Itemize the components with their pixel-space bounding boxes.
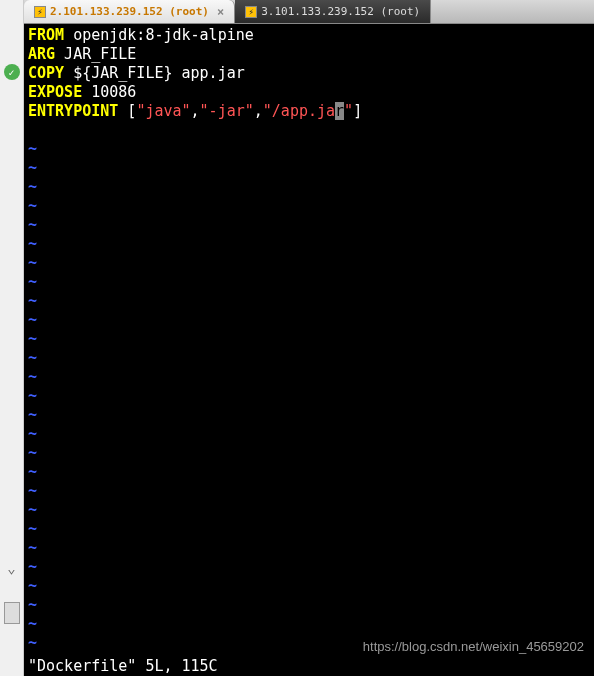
close-icon[interactable]: × <box>217 5 224 19</box>
empty-line <box>28 121 590 140</box>
vim-tilde: ~ <box>28 216 590 235</box>
vim-tilde: ~ <box>28 596 590 615</box>
vim-tilde: ~ <box>28 273 590 292</box>
text-cursor: r <box>335 102 344 120</box>
code-line: ARG JAR_FILE <box>28 45 590 64</box>
vim-tilde: ~ <box>28 235 590 254</box>
code-line: FROM openjdk:8-jdk-alpine <box>28 26 590 45</box>
vim-tilde: ~ <box>28 292 590 311</box>
vim-tilde: ~ <box>28 406 590 425</box>
vim-tilde: ~ <box>28 159 590 178</box>
watermark-text: https://blog.csdn.net/weixin_45659202 <box>363 637 584 656</box>
vim-tilde: ~ <box>28 615 590 634</box>
vim-tilde: ~ <box>28 387 590 406</box>
tab-index: 3. <box>261 5 274 18</box>
vim-tilde: ~ <box>28 140 590 159</box>
code-line: COPY ${JAR_FILE} app.jar <box>28 64 590 83</box>
vim-tilde: ~ <box>28 463 590 482</box>
tab-label: 101.133.239.152 (root) <box>274 5 420 18</box>
app-container: ✓ ⌄ ⚡ 2. 101.133.239.152 (root) × ⚡ 3. 1… <box>0 0 594 676</box>
vim-tilde: ~ <box>28 349 590 368</box>
vim-tilde: ~ <box>28 178 590 197</box>
vim-tilde: ~ <box>28 425 590 444</box>
chevron-down-icon[interactable]: ⌄ <box>7 560 15 576</box>
vim-tilde: ~ <box>28 501 590 520</box>
vim-tilde: ~ <box>28 254 590 273</box>
left-gutter: ✓ ⌄ <box>0 0 24 676</box>
vim-tilde: ~ <box>28 520 590 539</box>
vim-tilde: ~ <box>28 197 590 216</box>
code-line: ENTRYPOINT ["java","-jar","/app.jar"] <box>28 102 590 121</box>
marker-icon <box>4 602 20 624</box>
code-line: EXPOSE 10086 <box>28 83 590 102</box>
tab-label: 101.133.239.152 (root) <box>63 5 209 18</box>
lightning-icon: ⚡ <box>34 6 46 18</box>
vim-tilde: ~ <box>28 539 590 558</box>
vim-tilde: ~ <box>28 311 590 330</box>
lightning-icon: ⚡ <box>245 6 257 18</box>
check-icon: ✓ <box>4 64 20 80</box>
vim-status-line: "Dockerfile" 5L, 115C <box>28 657 218 676</box>
vim-tilde: ~ <box>28 330 590 349</box>
vim-tilde: ~ <box>28 482 590 501</box>
tab-inactive[interactable]: ⚡ 3. 101.133.239.152 (root) <box>235 0 431 23</box>
vim-tilde: ~ <box>28 444 590 463</box>
vim-tilde: ~ <box>28 558 590 577</box>
vim-tilde: ~ <box>28 577 590 596</box>
terminal-editor[interactable]: FROM openjdk:8-jdk-alpine ARG JAR_FILE C… <box>24 24 594 676</box>
tab-active[interactable]: ⚡ 2. 101.133.239.152 (root) × <box>24 0 235 23</box>
vim-tilde: ~ <box>28 368 590 387</box>
tab-index: 2. <box>50 5 63 18</box>
tab-bar: ⚡ 2. 101.133.239.152 (root) × ⚡ 3. 101.1… <box>24 0 594 24</box>
main-area: ⚡ 2. 101.133.239.152 (root) × ⚡ 3. 101.1… <box>24 0 594 676</box>
